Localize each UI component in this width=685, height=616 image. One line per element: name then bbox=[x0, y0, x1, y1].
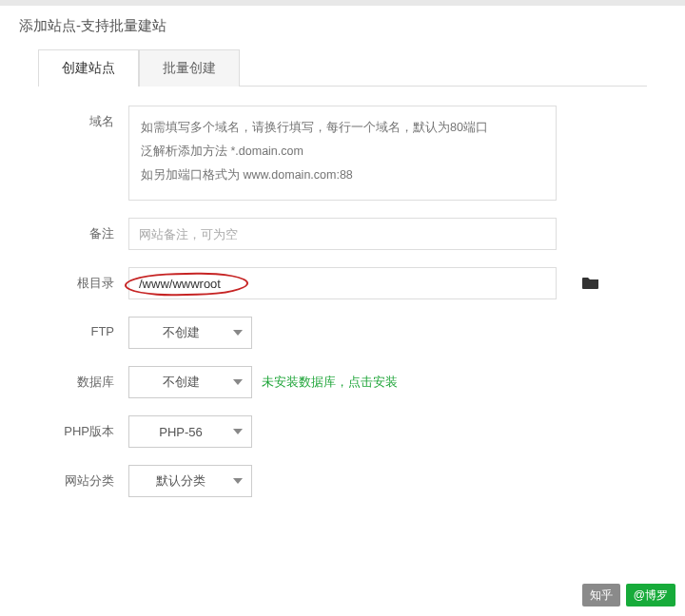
watermark: 知乎 @博罗 bbox=[582, 584, 675, 606]
brand-badge: 知乎 bbox=[582, 584, 620, 606]
php-select[interactable]: PHP-56 bbox=[128, 415, 252, 448]
row-rootdir: 根目录 bbox=[38, 267, 647, 299]
row-database: 数据库 不创建 未安装数据库，点击安装 bbox=[38, 366, 647, 398]
row-category: 网站分类 默认分类 bbox=[38, 465, 647, 497]
tab-batch-create[interactable]: 批量创建 bbox=[139, 49, 240, 87]
label-ftp: FTP bbox=[38, 317, 128, 338]
domain-input[interactable] bbox=[128, 106, 557, 201]
rootdir-input[interactable] bbox=[128, 267, 557, 299]
remark-input[interactable] bbox=[128, 218, 557, 250]
row-domain: 域名 bbox=[38, 106, 647, 201]
folder-icon[interactable] bbox=[582, 276, 599, 292]
database-hint[interactable]: 未安装数据库，点击安装 bbox=[262, 374, 398, 391]
label-rootdir: 根目录 bbox=[38, 267, 128, 292]
tab-create-site[interactable]: 创建站点 bbox=[38, 49, 139, 87]
author-badge: @博罗 bbox=[626, 584, 675, 606]
row-php: PHP版本 PHP-56 bbox=[38, 415, 647, 448]
label-database: 数据库 bbox=[38, 366, 128, 391]
modal: 添加站点-支持批量建站 创建站点 批量创建 域名 备注 根目录 bbox=[0, 0, 685, 616]
database-select[interactable]: 不创建 bbox=[128, 366, 252, 398]
row-remark: 备注 bbox=[38, 218, 647, 250]
label-domain: 域名 bbox=[38, 106, 128, 130]
ftp-select[interactable]: 不创建 bbox=[128, 317, 252, 349]
form: 域名 备注 根目录 FTP 不创 bbox=[0, 87, 685, 533]
label-category: 网站分类 bbox=[38, 465, 128, 490]
label-php: PHP版本 bbox=[38, 415, 128, 440]
label-remark: 备注 bbox=[38, 218, 128, 242]
category-select[interactable]: 默认分类 bbox=[128, 465, 252, 497]
row-ftp: FTP 不创建 bbox=[38, 317, 647, 349]
tabs: 创建站点 批量创建 bbox=[38, 49, 647, 87]
modal-title: 添加站点-支持批量建站 bbox=[0, 6, 685, 49]
